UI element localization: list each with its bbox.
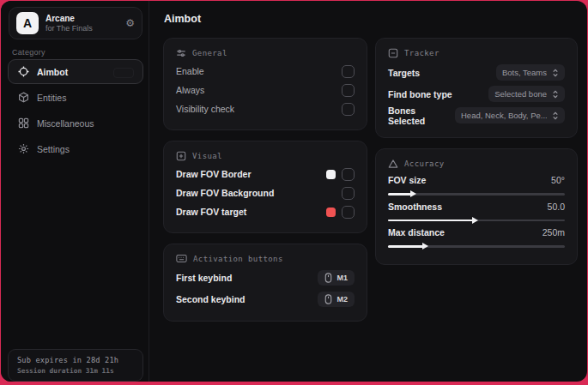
- setting-label: Always: [176, 85, 204, 95]
- triangle-icon: [388, 159, 398, 169]
- smoothness-slider[interactable]: [388, 220, 565, 222]
- slider-value: 250m: [543, 227, 565, 238]
- enable-checkbox[interactable]: [342, 65, 355, 78]
- slider-label: Max distance: [388, 227, 445, 238]
- right-column: Tracker Targets Bots, Teams Find bone ty…: [375, 38, 578, 275]
- subscription-card: Sub expires in 28d 21h Session duration …: [8, 349, 143, 382]
- keybind-value: M1: [336, 274, 348, 282]
- left-column: General Enable Always Visibility check: [163, 38, 367, 332]
- visibility-check-checkbox[interactable]: [342, 103, 355, 116]
- setting-label: Targets: [388, 68, 420, 78]
- sidebar-item-miscellaneous[interactable]: Miscellaneous: [8, 111, 143, 135]
- setting-row-first-keybind: First keybind M1: [176, 267, 355, 288]
- setting-label: Draw FOV target: [176, 207, 246, 217]
- unfold-icon: [552, 90, 559, 99]
- sidebar-item-label: Settings: [37, 144, 70, 154]
- keyboard-icon: [176, 254, 187, 263]
- slider-thumb[interactable]: [472, 217, 478, 224]
- activation-header: Activation buttons: [176, 254, 355, 263]
- brand-text: Arcane for The Finals: [45, 14, 125, 33]
- setting-label: Second keybind: [176, 294, 246, 304]
- setting-label: Draw FOV Background: [176, 188, 274, 198]
- fov-size-slider-block: FOV size 50°: [388, 175, 565, 196]
- section-title: Tracker: [404, 49, 439, 57]
- sidebar-item-aimbot[interactable]: Aimbot: [8, 59, 143, 84]
- accuracy-card: Accuracy FOV size 50° Smoothne: [375, 148, 578, 265]
- first-keybind-button[interactable]: M1: [318, 270, 355, 286]
- setting-row-second-keybind: Second keybind M2: [176, 288, 355, 310]
- entities-cube-icon: [18, 92, 29, 103]
- setting-row-visibility-check: Visibility check: [176, 99, 355, 118]
- sidebar: A Arcane for The Finals ⚙ Category Aimbo…: [1, 1, 149, 382]
- gear-icon: [18, 143, 29, 154]
- app-window: A Arcane for The Finals ⚙ Category Aimbo…: [1, 1, 587, 382]
- mouse-icon: [324, 273, 332, 283]
- tracker-card: Tracker Targets Bots, Teams Find bone ty…: [375, 38, 578, 138]
- tracker-header: Tracker: [388, 48, 565, 58]
- setting-label: Draw FOV Border: [176, 169, 252, 179]
- targets-select[interactable]: Bots, Teams: [496, 64, 565, 81]
- general-card: General Enable Always Visibility check: [163, 38, 367, 130]
- general-header: General: [176, 48, 355, 58]
- max-distance-slider[interactable]: [388, 245, 565, 248]
- bones-selected-select[interactable]: Head, Neck, Body, Pe...: [455, 107, 565, 123]
- unfold-icon: [552, 111, 559, 120]
- fov-target-color-swatch[interactable]: [326, 208, 336, 217]
- app-logo: A: [16, 12, 39, 34]
- scan-icon: [388, 48, 398, 58]
- fov-target-checkbox[interactable]: [342, 206, 355, 219]
- sub-expiry-text: Sub expires in 28d 21h: [17, 356, 134, 364]
- crosshair-icon: [18, 66, 29, 77]
- slider-fill: [388, 220, 473, 222]
- sidebar-item-label: Aimbot: [37, 67, 68, 77]
- brand-card: A Arcane for The Finals ⚙: [9, 7, 142, 39]
- settings-gear-icon[interactable]: ⚙: [125, 17, 135, 29]
- second-keybind-button[interactable]: M2: [318, 292, 355, 307]
- select-value: Head, Neck, Body, Pe...: [461, 111, 547, 120]
- app-subtitle: for The Finals: [45, 24, 125, 33]
- sidebar-item-label: Miscellaneous: [37, 118, 94, 129]
- setting-label: Find bone type: [388, 89, 452, 99]
- setting-row-find-bone-type: Find bone type Selected bone: [388, 83, 565, 105]
- slider-label: FOV size: [388, 175, 426, 185]
- sliders-icon: [176, 48, 186, 58]
- slider-thumb[interactable]: [422, 243, 428, 250]
- slider-thumb[interactable]: [410, 190, 416, 197]
- fov-size-slider[interactable]: [388, 193, 565, 196]
- visual-card: Visual Draw FOV Border Draw FOV Backgrou…: [163, 141, 367, 233]
- slider-label: Smoothness: [388, 202, 442, 212]
- setting-row-bones-selected: Bones Selected Head, Neck, Body, Pe...: [388, 105, 565, 126]
- page-title: Aimbot: [164, 13, 201, 25]
- accuracy-header: Accuracy: [388, 159, 565, 169]
- max-distance-slider-block: Max distance 250m: [388, 227, 565, 248]
- fov-border-checkbox[interactable]: [342, 168, 355, 181]
- smoothness-slider-block: Smoothness 50.0: [388, 202, 565, 222]
- sidebar-item-settings[interactable]: Settings: [8, 136, 143, 161]
- slider-fill: [388, 193, 411, 196]
- setting-row-enable: Enable: [176, 62, 355, 81]
- select-value: Bots, Teams: [502, 68, 547, 77]
- slider-fill: [388, 245, 423, 248]
- section-title: Accuracy: [404, 159, 445, 168]
- setting-label: Enable: [176, 66, 204, 76]
- setting-row-targets: Targets Bots, Teams: [388, 62, 565, 83]
- setting-row-fov-background: Draw FOV Background: [176, 183, 355, 202]
- main-content: Aimbot General Enable Always: [150, 1, 587, 382]
- session-duration-text: Session duration 31m 11s: [17, 367, 134, 375]
- sidebar-item-entities[interactable]: Entities: [8, 85, 143, 110]
- keybind-value: M2: [336, 295, 348, 304]
- slider-value: 50°: [551, 175, 565, 185]
- setting-row-always: Always: [176, 81, 355, 99]
- sidebar-nav: Aimbot Entities: [8, 59, 143, 162]
- setting-label: First keybind: [176, 273, 232, 283]
- fov-border-color-swatch[interactable]: [326, 170, 336, 179]
- grid-icon: [18, 117, 29, 129]
- select-value: Selected bone: [494, 89, 547, 99]
- nav-keybind-placeholder: [113, 68, 134, 78]
- section-title: Activation buttons: [193, 255, 283, 263]
- always-checkbox[interactable]: [342, 84, 355, 97]
- fov-background-checkbox[interactable]: [342, 187, 355, 200]
- find-bone-type-select[interactable]: Selected bone: [488, 86, 565, 102]
- image-plus-icon: [176, 151, 186, 161]
- setting-row-fov-border: Draw FOV Border: [176, 165, 355, 183]
